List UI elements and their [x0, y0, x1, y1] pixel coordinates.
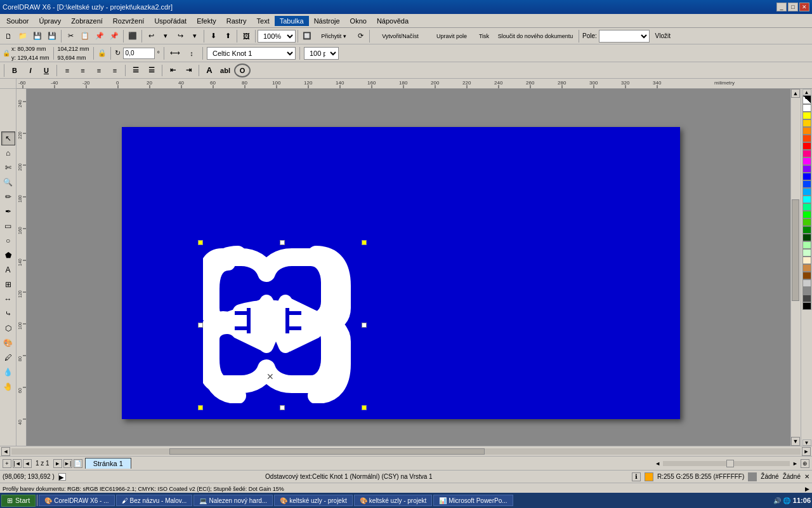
taskbar-paint[interactable]: 🖌 Bez názvu - Malov... [116, 495, 193, 506]
align-right-btn[interactable]: ≡ [92, 64, 106, 77]
menu-rastry[interactable]: Rastry [221, 16, 252, 26]
hscroll-left[interactable]: ◄ [1, 447, 10, 456]
handle-lm[interactable] [198, 323, 203, 328]
menu-nastroje[interactable]: Nástroje [309, 16, 345, 26]
bitmap-button[interactable]: 🖼 [239, 29, 253, 43]
palette-verydarkgreen[interactable] [802, 234, 811, 241]
taskbar-powerpoint[interactable]: 📊 Microsoft PowerPo... [433, 495, 513, 506]
print-btn[interactable]: Tisk [475, 29, 494, 43]
smartdraw-tool[interactable]: ✒ [1, 204, 15, 218]
palette-white[interactable] [802, 104, 811, 112]
prev-page-btn[interactable]: ◄ [23, 459, 32, 468]
scroll-up-btn[interactable]: ▲ [791, 89, 800, 98]
coords-btn[interactable]: ▶ [58, 473, 66, 481]
menu-napoveda[interactable]: Nápověda [372, 16, 414, 26]
cut-button[interactable]: ✂ [63, 29, 77, 43]
crop-tool[interactable]: ✄ [1, 161, 15, 175]
window-controls[interactable]: _ □ ✕ [776, 3, 809, 11]
menu-rozvrzeni[interactable]: Rozvržení [108, 16, 150, 26]
palette-lightgreen[interactable] [802, 241, 811, 249]
palette-cream[interactable] [802, 257, 811, 264]
select-all-button[interactable]: ⬛ [126, 29, 140, 43]
palette-yellow[interactable] [802, 112, 811, 119]
bold-button[interactable]: B [8, 64, 22, 77]
palette-red[interactable] [802, 142, 811, 150]
align-center-btn[interactable]: ≡ [76, 64, 90, 77]
palette-lightblue[interactable] [802, 188, 811, 196]
close-button[interactable]: ✕ [799, 3, 809, 11]
zoom-reset-btn[interactable]: ⊕ [801, 459, 809, 468]
palette-palegreen[interactable] [802, 249, 811, 257]
palette-gray[interactable] [802, 287, 811, 295]
page-tab-1[interactable]: Stránka 1 [85, 458, 131, 469]
ellipse-o-btn[interactable]: O [234, 64, 251, 77]
save-button[interactable]: 💾 [30, 29, 44, 43]
scroll-down-btn[interactable]: ▼ [791, 437, 800, 446]
mirror-v-btn[interactable]: ↕ [185, 46, 199, 60]
palette-scroll-up[interactable]: ▲ [802, 89, 811, 95]
fill-tool[interactable]: 🎨 [1, 336, 15, 350]
create-load-btn[interactable]: Vytvořit/Načíst [372, 29, 429, 43]
redo-dropdown[interactable]: ▾ [188, 29, 202, 43]
palette-magenta[interactable] [802, 150, 811, 157]
palette-blue[interactable] [802, 173, 811, 180]
handle-tr[interactable] [362, 240, 367, 245]
handle-bl[interactable] [198, 405, 203, 410]
snap-text[interactable]: Přichytit ▾ [315, 29, 353, 43]
underline-button[interactable]: U [39, 64, 53, 77]
menu-zobrazeni[interactable]: Zobrazení [66, 16, 108, 26]
page-settings-btn[interactable]: 📄 [74, 459, 82, 468]
font-dropdown[interactable]: Celtic Knot 1 [207, 47, 296, 60]
paste-special-button[interactable]: 📌 [107, 29, 121, 43]
palette-darkgreen[interactable] [802, 226, 811, 234]
list-btn[interactable]: ☰ [129, 64, 143, 77]
open-button[interactable]: 📁 [16, 29, 30, 43]
justify-btn[interactable]: ≡ [108, 64, 122, 77]
menu-tabulka[interactable]: Tabulka [275, 16, 309, 26]
info-btn[interactable]: ℹ [632, 472, 641, 481]
snap-indicator[interactable] [645, 472, 653, 481]
palette-darkbrown[interactable] [802, 272, 811, 279]
palette-pink[interactable] [802, 157, 811, 165]
expand-profiles-btn[interactable]: ▶ [805, 486, 809, 492]
palette-darkgray[interactable] [802, 295, 811, 302]
palette-red-orange[interactable] [802, 135, 811, 142]
palette-blue2[interactable] [802, 180, 811, 188]
merge-btn[interactable]: Sloučit do nového dokumentu [494, 29, 577, 43]
subscript-btn[interactable]: abl [218, 64, 232, 77]
polygon-tool[interactable]: ⬟ [1, 248, 15, 262]
palette-lightgray[interactable] [802, 279, 811, 287]
zoom-slider-thumb[interactable] [726, 460, 734, 467]
freehand-tool[interactable]: ✏ [1, 190, 15, 204]
font-size-dropdown[interactable]: 100 pt [304, 47, 339, 60]
hand-tool[interactable]: 🤚 [1, 380, 15, 394]
taskbar-coreldraw[interactable]: 🎨 CorelDRAW X6 - ... [39, 495, 114, 506]
hscroll-thumb[interactable] [169, 448, 485, 455]
taskbar-keltske1[interactable]: 🎨 keltské uzly - projekt [274, 495, 353, 506]
menu-soubor[interactable]: Soubor [1, 16, 34, 26]
font-size-a-btn[interactable]: A [202, 64, 216, 77]
palette-scroll-down[interactable]: ▼ [802, 439, 811, 446]
scroll-thumb[interactable] [792, 199, 799, 301]
minimize-button[interactable]: _ [776, 3, 787, 11]
undo-button[interactable]: ↩ [144, 29, 158, 43]
palette-gold[interactable] [802, 119, 811, 127]
palette-green[interactable] [802, 211, 811, 218]
palette-orange[interactable] [802, 127, 811, 135]
maximize-button[interactable]: □ [788, 3, 798, 11]
ellipse-tool[interactable]: ○ [1, 234, 15, 248]
taskbar-hardware[interactable]: 💻 Nalezen nový hard... [193, 495, 273, 506]
dimension-tool[interactable]: ↔ [1, 292, 15, 306]
copy-button[interactable]: 📋 [78, 29, 92, 43]
handle-tl[interactable] [198, 240, 203, 245]
save-all-button[interactable]: 💾 [45, 29, 59, 43]
palette-black[interactable] [802, 302, 811, 310]
zoom-dropdown[interactable]: 100% 50% 200% [258, 30, 296, 43]
zoom-tool[interactable]: 🔍 [1, 175, 15, 189]
taskbar-keltske2[interactable]: 🎨 keltské uzly - projekt [354, 495, 433, 506]
menu-usporadat[interactable]: Uspořádat [149, 16, 192, 26]
select-tool[interactable]: ↖ [1, 131, 15, 145]
menu-text[interactable]: Text [252, 16, 275, 26]
palette-cyan[interactable] [802, 196, 811, 203]
add-page-btn[interactable]: + [3, 459, 11, 468]
